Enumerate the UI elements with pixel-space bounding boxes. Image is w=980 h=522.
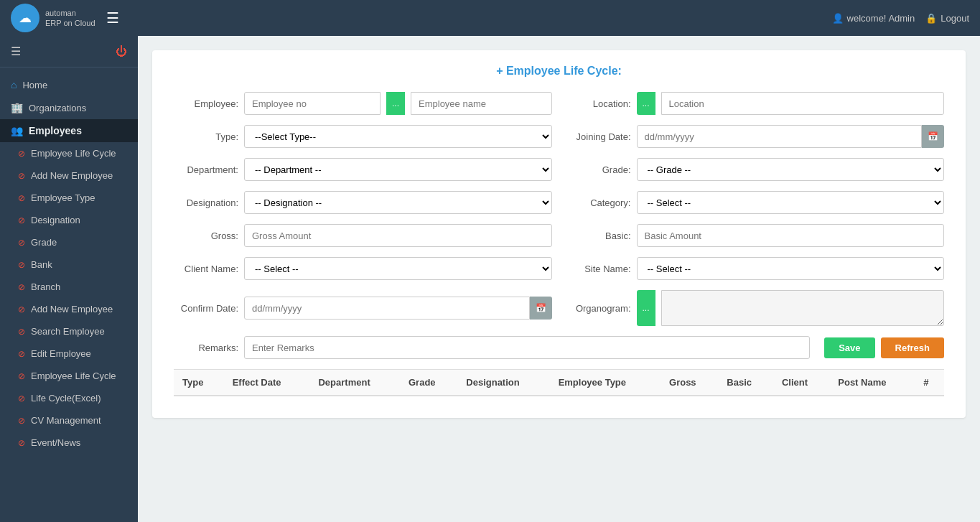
department-label: Department: bbox=[174, 164, 238, 175]
sidebar-item-edit-employee[interactable]: ⊘ Edit Employee bbox=[0, 342, 138, 365]
grade-select[interactable]: -- Grade -- bbox=[637, 158, 945, 181]
sidebar-item-add-new-employee[interactable]: ⊘ Add New Employee bbox=[0, 298, 138, 320]
logout-link[interactable]: 🔒 Logout bbox=[925, 13, 969, 24]
sidebar-item-grade-label: Grade bbox=[31, 237, 57, 248]
sidebar-item-event-news[interactable]: ⊘ Event/News bbox=[0, 432, 138, 454]
col-employee-type: Employee Type bbox=[550, 370, 661, 396]
category-select[interactable]: -- Select -- bbox=[637, 191, 945, 214]
location-label: Location: bbox=[566, 98, 631, 109]
grade-group: Grade: -- Grade -- bbox=[566, 158, 945, 181]
confirm-date-calendar-button[interactable]: 📅 bbox=[530, 297, 552, 320]
form-row-department: Department: -- Department -- Grade: -- G… bbox=[174, 158, 944, 181]
sidebar-item-add-new-employee-top[interactable]: ⊘ Add New Employee bbox=[0, 164, 138, 187]
location-group: Location: ... bbox=[566, 92, 945, 115]
col-basic: Basic bbox=[718, 370, 773, 396]
refresh-button[interactable]: Refresh bbox=[881, 337, 944, 358]
site-name-select[interactable]: -- Select -- bbox=[637, 257, 945, 280]
ban-icon-6: ⊘ bbox=[18, 260, 25, 270]
sidebar-item-employee-life-cycle2[interactable]: ⊘ Employee Life Cycle bbox=[0, 365, 138, 387]
col-type: Type bbox=[174, 370, 224, 396]
ban-icon-5: ⊘ bbox=[18, 238, 25, 248]
sidebar-item-search-employee-label: Search Employee bbox=[31, 326, 105, 337]
organogram-label: Organogram: bbox=[566, 303, 631, 314]
organogram-dots-button[interactable]: ... bbox=[637, 290, 655, 326]
sidebar-item-home[interactable]: ⌂ Home bbox=[0, 73, 138, 96]
type-group: Type: --Select Type-- bbox=[174, 125, 552, 148]
gross-input[interactable] bbox=[244, 224, 552, 247]
type-label: Type: bbox=[174, 131, 238, 142]
col-hash: # bbox=[915, 370, 944, 396]
gross-group: Gross: bbox=[174, 224, 552, 247]
sidebar-section: ⌂ Home 🏢 Organizations 👥 Employees ⊘ Emp… bbox=[0, 67, 138, 460]
joining-date-calendar-button[interactable]: 📅 bbox=[922, 125, 944, 148]
department-group: Department: -- Department -- bbox=[174, 158, 552, 181]
sidebar-item-event-news-label: Event/News bbox=[31, 437, 80, 448]
col-gross: Gross bbox=[661, 370, 718, 396]
organogram-textarea[interactable] bbox=[661, 290, 944, 326]
sidebar-item-search-employee[interactable]: ⊘ Search Employee bbox=[0, 320, 138, 342]
sidebar-item-employees[interactable]: 👥 Employees bbox=[0, 119, 138, 142]
designation-select[interactable]: -- Designation -- bbox=[244, 191, 552, 214]
form-row-confirm: Confirm Date: 📅 Organogram: ... bbox=[174, 290, 944, 326]
col-department: Department bbox=[309, 370, 400, 396]
form-row-gross: Gross: Basic: bbox=[174, 224, 944, 247]
location-dots-button[interactable]: ... bbox=[637, 92, 655, 115]
remarks-group: Remarks: bbox=[174, 336, 810, 359]
form-row-employee: Employee: ... Location: ... bbox=[174, 92, 944, 115]
sidebar-item-add-new-employee-top-label: Add New Employee bbox=[31, 170, 113, 181]
sidebar-item-employees-label: Employees bbox=[29, 125, 82, 136]
sidebar-item-designation[interactable]: ⊘ Designation bbox=[0, 209, 138, 231]
sidebar-item-cv-management[interactable]: ⊘ CV Management bbox=[0, 409, 138, 432]
designation-label: Designation: bbox=[174, 197, 238, 208]
sidebar-item-employee-type[interactable]: ⊘ Employee Type bbox=[0, 187, 138, 209]
content-area: + Employee Life Cycle: Employee: ... Loc… bbox=[138, 36, 980, 522]
employee-no-input[interactable] bbox=[244, 92, 381, 115]
type-select[interactable]: --Select Type-- bbox=[244, 125, 552, 148]
sidebar-menu-icon[interactable]: ☰ bbox=[11, 45, 21, 58]
employee-name-input[interactable] bbox=[411, 92, 551, 115]
confirm-date-input[interactable] bbox=[244, 297, 530, 320]
nav-right: 👤 welcome! Admin 🔒 Logout bbox=[832, 13, 969, 24]
save-button[interactable]: Save bbox=[824, 337, 874, 358]
sidebar-item-designation-label: Designation bbox=[31, 215, 80, 225]
joining-date-group: Joining Date: 📅 bbox=[566, 125, 945, 148]
client-name-select[interactable]: -- Select -- bbox=[244, 257, 552, 280]
client-name-group: Client Name: -- Select -- bbox=[174, 257, 552, 280]
basic-group: Basic: bbox=[566, 224, 945, 247]
ban-icon-9: ⊘ bbox=[18, 327, 25, 337]
sidebar-item-branch[interactable]: ⊘ Branch bbox=[0, 276, 138, 298]
department-select[interactable]: -- Department -- bbox=[244, 158, 552, 181]
sidebar-item-branch-label: Branch bbox=[31, 281, 60, 292]
ban-icon-13: ⊘ bbox=[18, 416, 25, 426]
employee-group: Employee: ... bbox=[174, 92, 552, 115]
form-card: + Employee Life Cycle: Employee: ... Loc… bbox=[152, 50, 966, 418]
sidebar-item-employee-life-cycle2-label: Employee Life Cycle bbox=[31, 370, 116, 381]
joining-date-label: Joining Date: bbox=[566, 131, 631, 142]
sidebar-item-grade[interactable]: ⊘ Grade bbox=[0, 231, 138, 253]
col-grade: Grade bbox=[400, 370, 457, 396]
nav-left: ☁ automan ERP on Cloud ☰ bbox=[11, 4, 119, 32]
joining-date-input[interactable] bbox=[637, 125, 923, 148]
top-navbar: ☁ automan ERP on Cloud ☰ 👤 welcome! Admi… bbox=[0, 0, 980, 36]
sidebar-item-life-cycle-excel[interactable]: ⊘ Life Cycle(Excel) bbox=[0, 387, 138, 409]
sidebar-header: ☰ ⏻ bbox=[0, 36, 138, 67]
sidebar-item-bank[interactable]: ⊘ Bank bbox=[0, 253, 138, 276]
sidebar-item-employee-life-cycle[interactable]: ⊘ Employee Life Cycle bbox=[0, 142, 138, 164]
form-row-client: Client Name: -- Select -- Site Name: -- … bbox=[174, 257, 944, 280]
form-row-remarks: Remarks: Save Refresh bbox=[174, 336, 944, 359]
form-row-type: Type: --Select Type-- Joining Date: 📅 bbox=[174, 125, 944, 148]
employee-dots-button[interactable]: ... bbox=[386, 92, 405, 115]
ban-icon-10: ⊘ bbox=[18, 349, 25, 359]
sidebar-item-home-label: Home bbox=[22, 80, 47, 90]
sidebar-power-icon[interactable]: ⏻ bbox=[116, 45, 127, 58]
location-input[interactable] bbox=[661, 92, 944, 115]
grade-label: Grade: bbox=[566, 164, 631, 175]
remarks-input[interactable] bbox=[244, 336, 810, 359]
main-layout: ☰ ⏻ ⌂ Home 🏢 Organizations 👥 Employees ⊘… bbox=[0, 36, 980, 522]
employees-icon: 👥 bbox=[11, 125, 23, 136]
hamburger-button[interactable]: ☰ bbox=[106, 9, 119, 27]
sidebar-item-organizations[interactable]: 🏢 Organizations bbox=[0, 96, 138, 119]
basic-input[interactable] bbox=[637, 224, 945, 247]
ban-icon-4: ⊘ bbox=[18, 215, 25, 225]
col-post-name: Post Name bbox=[829, 370, 915, 396]
